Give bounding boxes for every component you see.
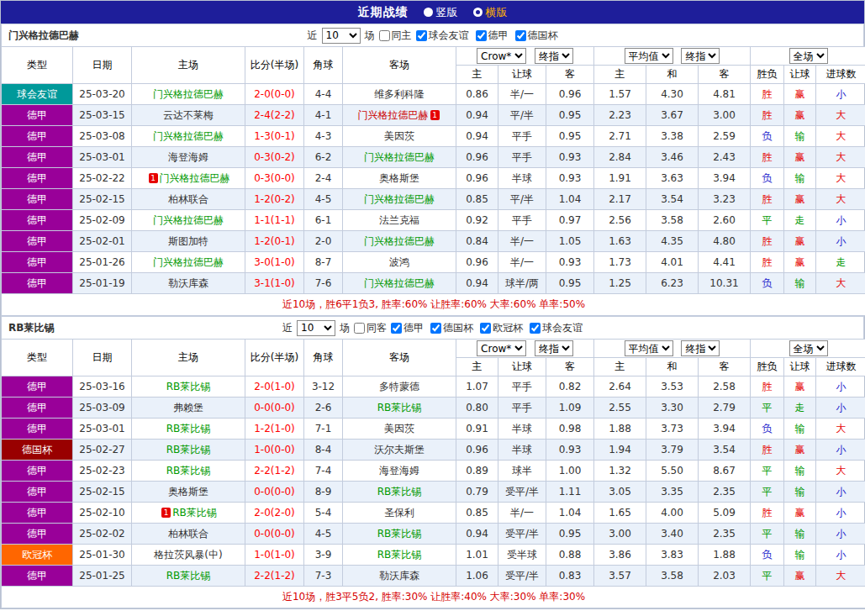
asia-away-odds: 0.95 [546,126,594,147]
league-filter-checkbox[interactable]: 德国杯 [430,321,473,335]
away-team-cell: 美因茨 [343,126,456,147]
league-filter-checkbox[interactable]: 球会友谊 [530,321,583,335]
checkbox-input[interactable] [530,323,541,334]
team-link[interactable]: RB莱比锡 [377,549,422,561]
asia-odds-stage-select[interactable]: 终指 [535,48,573,64]
team-link[interactable]: 勒沃库森 [379,570,419,582]
checkbox-input[interactable] [515,30,526,41]
team-link[interactable]: 门兴格拉德巴赫 [358,109,429,121]
team-link[interactable]: RB莱比锡 [377,528,422,540]
euro-odds-stage-select[interactable]: 终指 [681,340,720,356]
match-row: 欧冠杯25-01-30格拉茨风暴(中)1-0(1-0)3-9RB莱比锡1.01受… [2,545,865,566]
team-link[interactable]: 门兴格拉德巴赫 [153,256,224,268]
filter-bar: 近 10 场 同主 球会友谊德甲德国杯 [308,28,558,44]
team-link[interactable]: 柏林联合 [168,528,208,540]
euro-odds-source-select[interactable]: 平均值 [625,340,673,356]
team-link[interactable]: RB莱比锡 [166,423,211,434]
euro-away-odds: 3.00 [699,105,751,126]
result-scope-select[interactable]: 全场 [789,48,828,64]
checkbox-input[interactable] [476,30,487,41]
team-link[interactable]: 云达不莱梅 [163,109,214,121]
team-link[interactable]: 斯图加特 [168,235,208,247]
match-type-badge: 德甲 [2,419,73,440]
filter-near-label: 近 [282,321,293,335]
team-link[interactable]: 门兴格拉德巴赫 [364,277,435,289]
match-type-badge: 德甲 [2,189,73,210]
result-scope-select[interactable]: 全场 [789,340,828,356]
euro-away-odds: 4.81 [699,84,751,105]
team-link[interactable]: 海登海姆 [168,151,208,163]
corner-score: 4-4 [304,84,343,105]
team-link[interactable]: 弗赖堡 [173,402,203,413]
checkbox-input[interactable] [391,323,402,334]
checkbox-input[interactable] [354,323,365,334]
asia-odds-source-select[interactable]: Crow* [477,340,526,356]
checkbox-input[interactable] [480,323,491,334]
team-link[interactable]: 奥格斯堡 [379,172,419,184]
league-filter-checkbox[interactable]: 球会友谊 [416,29,469,43]
asia-odds-source-select[interactable]: Crow* [477,48,526,64]
team-link[interactable]: 波鸿 [389,256,409,268]
team-link[interactable]: 格拉茨风暴(中) [154,549,222,561]
corner-score: 2-0 [304,231,343,252]
asia-home-odds: 0.96 [456,440,498,461]
asia-handicap: 半/一 [498,503,546,524]
team-link[interactable]: RB莱比锡 [166,465,211,476]
team-link[interactable]: 圣保利 [384,507,414,519]
team-link[interactable]: 门兴格拉德巴赫 [153,214,224,226]
goals-result-cell: 大 [816,273,865,294]
team-link[interactable]: RB莱比锡 [377,402,422,413]
match-score: 0-3(0-2) [245,147,304,168]
euro-away-odds: 2.58 [699,376,751,398]
team-link[interactable]: 柏林联合 [168,193,208,205]
result-cell: 胜 [751,376,784,398]
team-link[interactable]: 门兴格拉德巴赫 [153,130,224,142]
col-date: 日期 [73,340,132,376]
asia-handicap: 平/半 [498,105,546,126]
league-filter-checkbox[interactable]: 德甲 [476,29,509,43]
goals-result-cell: 小 [816,545,865,566]
match-count-select[interactable]: 10 [297,320,335,336]
checkbox-input[interactable] [430,323,441,334]
team-link[interactable]: 沃尔夫斯堡 [374,444,425,455]
team-link[interactable]: 门兴格拉德巴赫 [364,151,435,163]
team-link[interactable]: RB莱比锡 [166,381,211,392]
checkbox-input[interactable] [416,30,427,41]
league-filter-checkbox[interactable]: 德甲 [391,321,424,335]
handicap-result-cell: 赢 [784,147,816,168]
match-count-select[interactable]: 10 [322,28,361,44]
same-venue-checkbox[interactable]: 同客 [354,321,387,335]
result-cell: 平 [751,524,784,545]
layout-radio-vertical[interactable]: 竖版 [424,5,458,20]
corner-score: 6-1 [304,210,343,231]
euro-home-odds: 1.57 [594,84,646,105]
team-link[interactable]: 维多利科隆 [374,88,425,100]
team-link[interactable]: 奥格斯堡 [168,486,208,498]
league-filter-checkbox[interactable]: 德国杯 [515,29,558,43]
team-link[interactable]: 门兴格拉德巴赫 [364,193,435,205]
team-link[interactable]: RB莱比锡 [166,444,211,455]
team-link[interactable]: 海登海姆 [379,465,419,476]
team-link[interactable]: 门兴格拉德巴赫 [160,172,230,184]
team-link[interactable]: 法兰克福 [379,214,419,226]
checkbox-input[interactable] [379,30,390,41]
col-away: 客场 [343,340,456,376]
euro-odds-source-select[interactable]: 平均值 [625,48,673,64]
radio-icon [473,8,483,17]
team-link[interactable]: RB莱比锡 [166,570,211,582]
same-venue-checkbox[interactable]: 同主 [379,29,412,43]
team-link[interactable]: RB莱比锡 [172,507,217,519]
team-link[interactable]: 美因茨 [384,130,414,142]
league-filter-checkbox[interactable]: 欧冠杯 [480,321,523,335]
team-link[interactable]: 门兴格拉德巴赫 [364,235,435,247]
handicap-result-cell: 赢 [784,84,816,105]
team-link[interactable]: 门兴格拉德巴赫 [153,88,224,100]
asia-odds-stage-select[interactable]: 终指 [535,340,573,356]
layout-radio-horizontal[interactable]: 横版 [473,5,508,20]
team-link[interactable]: 美因茨 [384,423,414,434]
team-link[interactable]: 多特蒙德 [379,381,419,392]
team-link[interactable]: RB莱比锡 [377,486,422,498]
euro-odds-stage-select[interactable]: 终指 [681,48,720,64]
team-link[interactable]: 勒沃库森 [168,277,208,289]
goals-result-cell: 小 [816,210,865,231]
